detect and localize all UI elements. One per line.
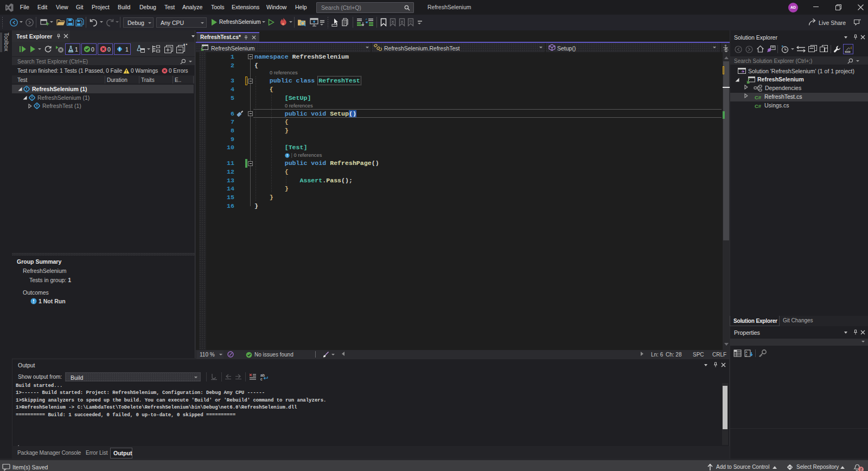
svg-text:c: c bbox=[260, 377, 263, 381]
svg-text:C#: C# bbox=[755, 103, 762, 109]
svg-text:C#: C# bbox=[755, 94, 762, 100]
